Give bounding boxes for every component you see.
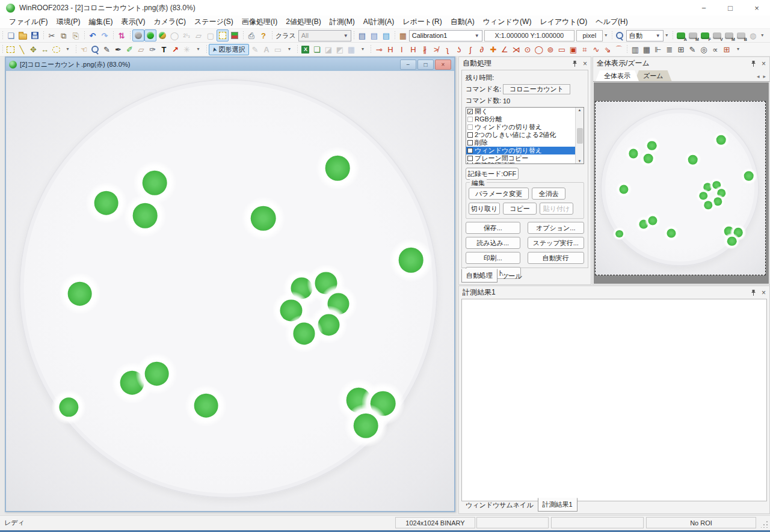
image-canvas[interactable] — [6, 71, 454, 511]
ai-auto-icon[interactable]: A — [675, 29, 687, 41]
param-change-button[interactable]: パラメータ変更 — [469, 188, 529, 200]
marker-icon[interactable]: ✐ — [124, 43, 135, 55]
text-icon[interactable]: T — [158, 43, 170, 55]
draw-edit-icon[interactable]: ✎ — [249, 43, 260, 55]
new-file-icon[interactable]: ❏ — [5, 29, 17, 41]
undo-icon[interactable]: ↶ — [87, 29, 99, 41]
freehand-curve-icon[interactable]: ʃ — [464, 43, 476, 55]
line-measure-icon[interactable]: ⊸ — [373, 43, 384, 55]
clear-all-button[interactable]: 全消去 — [532, 188, 565, 200]
menu-item[interactable]: 自動(A) — [446, 16, 479, 28]
redo-icon[interactable]: ↷ — [99, 29, 111, 41]
h-distance-icon[interactable]: H — [384, 43, 396, 55]
dropper-icon[interactable]: ✑ — [147, 43, 158, 55]
v-distance-icon[interactable]: I — [396, 43, 407, 55]
send-results-icon[interactable]: ⊩ — [652, 43, 664, 55]
tab-ツール[interactable]: ツール — [497, 270, 526, 283]
star-icon[interactable]: ✳ — [181, 43, 192, 55]
stage-sync-icon[interactable]: ⇅ — [116, 29, 128, 41]
pin-icon[interactable] — [751, 289, 756, 296]
save-button[interactable]: 保存... — [466, 222, 520, 234]
print-icon[interactable]: ⎙ — [245, 29, 257, 41]
ai-batch-icon[interactable]: B — [735, 29, 747, 41]
excel-icon[interactable]: X — [300, 43, 311, 55]
curve1-icon[interactable]: ʅ — [442, 43, 453, 55]
copy-command-button[interactable]: コピー — [503, 203, 537, 215]
resize-grip[interactable] — [761, 521, 768, 528]
auto-run-button[interactable]: 自動実行 — [528, 252, 584, 264]
image-window-close-button[interactable]: × — [435, 60, 451, 70]
checkbox[interactable] — [467, 140, 473, 145]
checkbox[interactable]: ✓ — [467, 109, 473, 114]
roi-frame-icon[interactable] — [217, 29, 229, 41]
scrollbar-thumb[interactable] — [577, 128, 583, 144]
calibration-icon[interactable]: ▦ — [397, 29, 409, 41]
menu-item[interactable]: 計測(M) — [325, 16, 359, 28]
ai-filter-icon[interactable]: F — [699, 29, 711, 41]
menu-item[interactable]: ファイル(F) — [5, 16, 52, 28]
gray-circle-icon[interactable]: ◯ — [168, 29, 180, 41]
checkbox[interactable] — [467, 124, 473, 130]
menu-item[interactable]: ウィンドウ(W) — [479, 16, 536, 28]
cut-icon[interactable]: ✂ — [46, 29, 58, 41]
roi-move-icon[interactable]: ✥ — [28, 43, 39, 55]
point-icon[interactable]: ✚ — [487, 43, 499, 55]
curve-angle-icon[interactable]: ∂ — [476, 43, 487, 55]
tab-自動処理[interactable]: 自動処理 — [461, 269, 497, 283]
window-minimize-button[interactable]: − — [691, 0, 717, 16]
mask-icon[interactable]: ▢ — [205, 29, 217, 41]
open-folder-icon[interactable] — [17, 29, 29, 41]
ai-model-icon[interactable]: M — [723, 29, 735, 41]
menu-item[interactable]: レポート(R) — [398, 16, 446, 28]
print-button[interactable]: 印刷... — [466, 252, 520, 264]
text-edit-icon[interactable]: A — [260, 43, 272, 55]
arrow-measure-icon[interactable]: ⇘ — [602, 43, 613, 55]
ai-measure-icon[interactable]: M — [687, 29, 699, 41]
overflow-icon[interactable]: ▾ — [192, 43, 204, 55]
tab-scroll-right-icon[interactable]: ▸ — [763, 73, 766, 79]
menu-item[interactable]: 2値処理(B) — [282, 16, 325, 28]
tab-全体表示[interactable]: 全体表示 — [596, 70, 639, 81]
edit-count-icon[interactable]: ✎ — [686, 43, 698, 55]
close-icon[interactable]: × — [762, 289, 766, 296]
clear-all-annotation-icon[interactable]: ◩ — [334, 43, 345, 55]
window-maximize-button[interactable]: □ — [717, 0, 744, 16]
image-window-maximize-button[interactable]: □ — [417, 60, 434, 70]
results-table-area[interactable] — [461, 299, 767, 501]
calibration-combo[interactable]: Calibration1▼ — [409, 30, 482, 41]
results-table-icon[interactable]: ⊞ — [721, 43, 732, 55]
plane-color-icon[interactable] — [229, 29, 241, 41]
shape-select-button[interactable]: ➤ 図形選択 — [209, 44, 249, 55]
green-image-icon[interactable] — [144, 29, 156, 41]
pin-icon[interactable] — [572, 60, 578, 67]
help-icon[interactable]: ? — [257, 29, 270, 41]
overflow-icon[interactable]: ▾ — [62, 43, 73, 55]
image-panel-icon[interactable]: ▦ — [345, 43, 357, 55]
roi-ellipse-icon[interactable] — [51, 43, 62, 55]
record-mode-button[interactable]: 記録モード:OFF — [466, 168, 519, 180]
link-measure-icon[interactable]: ∝ — [709, 43, 721, 55]
two-line-angle-icon[interactable]: ⋊ — [510, 43, 522, 55]
zoom-icon[interactable] — [90, 43, 101, 55]
load-button[interactable]: 読み込み... — [466, 237, 520, 249]
pin-icon[interactable] — [751, 60, 756, 67]
pencil-icon[interactable]: ✎ — [101, 43, 112, 55]
menu-item[interactable]: AI計測(A) — [359, 16, 398, 28]
save-icon[interactable] — [29, 29, 41, 41]
checklist-item[interactable]: プレーン間コピー — [466, 154, 575, 162]
measure-ruler1-icon[interactable]: ▤ — [356, 29, 368, 41]
overflow-icon[interactable]: ▾ — [283, 43, 295, 55]
roi-line-icon[interactable]: ╲ — [16, 43, 28, 55]
measure-list-icon[interactable]: ≣ — [664, 43, 675, 55]
overflow-icon[interactable]: ▾ — [732, 43, 744, 55]
measure-ruler2-icon[interactable]: ▤ — [368, 29, 380, 41]
freehand-icon[interactable]: ∿ — [590, 43, 602, 55]
polyline-icon[interactable]: ≯ — [430, 43, 442, 55]
image-window-title-bar[interactable]: [2]コロニーカウント.png(赤) (83.0%) − □ × — [6, 58, 454, 71]
frame-edit-icon[interactable]: ▭ — [272, 43, 283, 55]
parallel-lines-icon[interactable]: ∦ — [419, 43, 430, 55]
plane-icon[interactable]: ▱ — [192, 29, 205, 41]
roi-width-icon[interactable]: ↔ — [39, 43, 51, 55]
menu-item[interactable]: レイアウト(O) — [535, 16, 591, 28]
checkbox[interactable] — [467, 148, 473, 153]
